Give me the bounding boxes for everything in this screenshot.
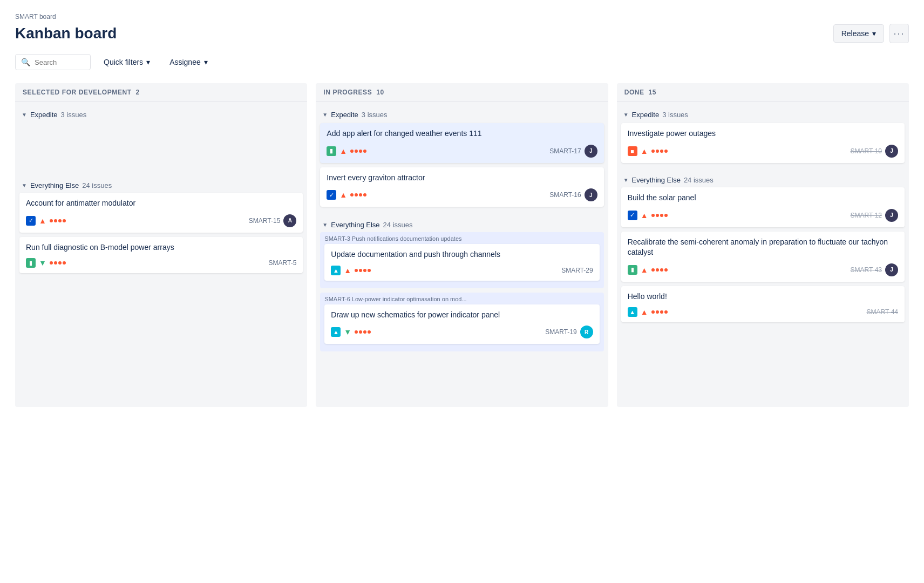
priority-up-icon: ▲: [339, 147, 347, 155]
card-meta-right: SMART-12 J: [851, 209, 898, 222]
story-points: [50, 261, 66, 265]
header-actions: Release ▾ ···: [833, 24, 909, 43]
card-meta-right: SMART-10 J: [851, 145, 898, 158]
chevron-icon: ▼: [322, 222, 328, 228]
card-title: Build the solar panel: [628, 193, 898, 204]
swimlane-label: Expedite: [331, 111, 358, 119]
swimlane-header-expedite[interactable]: ▼ Expedite 3 issues: [320, 106, 603, 123]
swimlane-header-expedite[interactable]: ▼ Expedite 3 issues: [19, 106, 303, 123]
priority-up-icon: ▲: [344, 266, 351, 275]
search-input[interactable]: [35, 58, 78, 66]
card-meta-right: SMART-17 J: [549, 145, 597, 158]
swimlane-count: 3 issues: [662, 111, 688, 119]
card-footer: ✓ ▲ SMART-16 J: [327, 188, 597, 201]
card-footer: ▲ ▲ SMART-29: [331, 266, 593, 275]
card-meta-right: SMART-29: [561, 267, 593, 274]
card-title: Invert every graviton attractor: [327, 173, 597, 184]
card-smart-19[interactable]: Draw up new schematics for power indicat…: [324, 304, 599, 344]
card-meta-right: SMART-43 J: [851, 263, 898, 276]
column-title: SELECTED FOR DEVELOPMENT 2: [23, 89, 140, 96]
column-body-done: ▼ Expedite 3 issues Investigate power ou…: [617, 102, 909, 331]
story-points: [651, 310, 668, 314]
swimlane-header-expedite[interactable]: ▼ Expedite 3 issues: [621, 106, 905, 123]
card-title: Hello world!: [628, 292, 898, 302]
card-meta-right: SMART-15 A: [249, 214, 296, 227]
card-meta-right: SMART-16 J: [549, 188, 597, 201]
swimlane-count: 3 issues: [362, 111, 388, 119]
chevron-icon: ▼: [322, 112, 328, 118]
more-options-button[interactable]: ···: [889, 24, 909, 43]
board-columns: SELECTED FOR DEVELOPMENT 2 ▼ Expedite 3 …: [15, 83, 909, 407]
release-label: Release: [841, 29, 869, 38]
card-id: SMART-29: [561, 267, 593, 274]
swimlane-header-everything-else[interactable]: ▼ Everything Else 24 issues: [320, 215, 603, 232]
card-smart-15[interactable]: Account for antimatter modulator ✓ ▲ SMA…: [19, 193, 303, 233]
card-title: Add app alert for changed weather events…: [327, 128, 597, 139]
swimlane-header-everything-else[interactable]: ▼ Everything Else 24 issues: [621, 171, 905, 187]
assignee-label: Assignee: [169, 58, 201, 66]
assignee-filter-button[interactable]: Assignee ▾: [163, 55, 214, 70]
swimlane-label: Everything Else: [632, 176, 681, 184]
card-smart-12[interactable]: Build the solar panel ✓ ▲ SMART-12 J: [621, 187, 905, 227]
column-selected: SELECTED FOR DEVELOPMENT 2 ▼ Expedite 3 …: [15, 83, 307, 407]
swimlane-content-expedite-col-1: Add app alert for changed weather events…: [320, 123, 603, 207]
card-id: SMART-12: [851, 212, 882, 219]
more-icon: ···: [893, 28, 905, 39]
subtask-icon: ▲: [331, 266, 341, 275]
card-smart-16[interactable]: Invert every graviton attractor ✓ ▲ SMAR…: [320, 167, 603, 207]
card-meta-left: ✓ ▲: [327, 190, 366, 200]
card-meta-left: ▲ ▲: [331, 266, 371, 275]
priority-up-icon: ▲: [641, 147, 648, 155]
card-smart-5[interactable]: Run full diagnostic on B-model power arr…: [19, 237, 303, 274]
avatar: J: [885, 263, 898, 276]
avatar: J: [885, 145, 898, 158]
avatar: J: [585, 188, 597, 201]
card-meta-right: SMART-19 R: [545, 326, 593, 338]
subtask-icon: ▲: [331, 327, 341, 337]
chevron-icon: ▼: [22, 182, 27, 188]
filters-bar: 🔍 Quick filters ▾ Assignee ▾: [15, 54, 909, 70]
subtask-icon: ▲: [628, 307, 637, 317]
card-smart-17[interactable]: Add app alert for changed weather events…: [320, 123, 603, 163]
breadcrumb: SMART board: [15, 13, 909, 21]
chevron-icon: ▼: [623, 177, 629, 183]
card-footer: ■ ▲ SMART-10 J: [628, 145, 898, 158]
column-header-selected: SELECTED FOR DEVELOPMENT 2: [15, 83, 307, 102]
drag-label: SMART-3 Push notifications documentation…: [324, 235, 599, 242]
drag-wrapper: SMART-6 Low-power indicator optimasation…: [320, 293, 603, 352]
card-footer: ▮ ▲ SMART-43 J: [628, 263, 898, 276]
quick-filters-button[interactable]: Quick filters ▾: [97, 55, 157, 70]
card-title: Draw up new schematics for power indicat…: [331, 310, 593, 321]
column-header-in-progress: IN PROGRESS 10: [316, 83, 608, 102]
swimlane-header-everything-else[interactable]: ▼ Everything Else 24 issues: [19, 176, 303, 193]
swimlane-content-everything-else-col-2: Build the solar panel ✓ ▲ SMART-12 J Re: [621, 187, 905, 322]
card-title: Investigate power outages: [628, 128, 898, 139]
swimlane-label: Expedite: [632, 111, 660, 119]
bug-icon: ■: [628, 146, 637, 156]
card-meta-left: ▮ ▲: [327, 146, 366, 156]
story-points: [50, 219, 66, 222]
card-meta-left: ▲ ▼: [331, 327, 371, 337]
card-id: SMART-5: [269, 259, 297, 267]
story-points: [350, 193, 366, 196]
swimlane-count: 3 issues: [61, 111, 87, 119]
card-footer: ▮ ▼ SMART-5: [26, 258, 296, 268]
swimlane-content-everything-else-col-1: SMART-3 Push notifications documentation…: [320, 232, 603, 351]
card-id: SMART-16: [549, 191, 581, 199]
story-icon: ▮: [327, 146, 336, 156]
release-button[interactable]: Release ▾: [833, 24, 884, 43]
card-smart-10[interactable]: Investigate power outages ■ ▲ SMART-10 J: [621, 123, 905, 163]
card-smart-29[interactable]: Update documentation and push through ch…: [324, 244, 599, 281]
task-icon: ✓: [26, 216, 36, 226]
card-id: SMART-19: [545, 328, 576, 336]
chevron-icon: ▼: [623, 112, 629, 118]
search-box[interactable]: 🔍: [15, 54, 91, 70]
card-id: SMART-10: [851, 147, 882, 155]
story-icon: ▮: [26, 258, 36, 268]
card-meta-left: ■ ▲: [628, 146, 668, 156]
card-smart-43[interactable]: Recalibrate the semi-coherent anomaly in…: [621, 232, 905, 282]
card-title: Run full diagnostic on B-model power arr…: [26, 242, 296, 253]
card-smart-44[interactable]: Hello world! ▲ ▲ SMART-44: [621, 286, 905, 323]
card-meta-right: SMART-5: [269, 259, 297, 267]
priority-down-icon: ▼: [39, 259, 46, 267]
